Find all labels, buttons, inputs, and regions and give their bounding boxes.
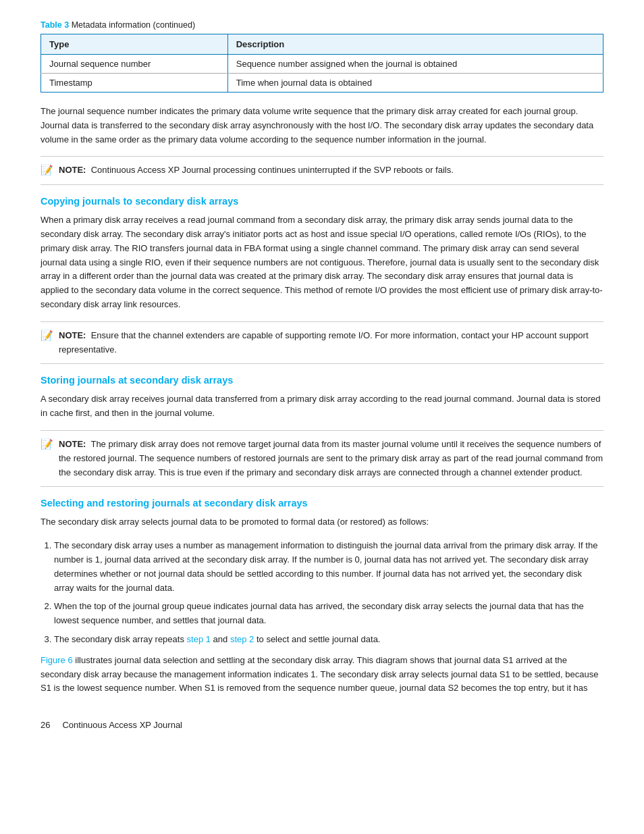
table-label: Table 3 <box>41 20 69 30</box>
page-footer: 26 Continuous Access XP Journal <box>41 720 603 730</box>
section-copy: Copying journals to secondary disk array… <box>41 196 603 312</box>
section-select: Selecting and restoring journals at seco… <box>41 498 603 696</box>
section-select-heading: Selecting and restoring journals at seco… <box>41 498 603 509</box>
note-2: 📝 NOTE: Ensure that the channel extender… <box>41 321 603 365</box>
table-caption: Table 3 Metadata information (continued) <box>41 20 603 30</box>
step1-link[interactable]: step 1 <box>187 634 211 644</box>
cell-description: Time when journal data is obtained <box>227 74 603 93</box>
note-1: 📝 NOTE: Continuous Access XP Journal pro… <box>41 156 603 185</box>
figure6-link[interactable]: Figure 6 <box>41 655 73 665</box>
section-store: Storing journals at secondary disk array… <box>41 375 603 421</box>
section-select-closing: Figure 6 illustrates journal data select… <box>41 654 603 696</box>
note-3-text: NOTE: The primary disk array does not re… <box>59 438 603 479</box>
table-row: Journal sequence numberSequence number a… <box>41 55 603 74</box>
table-caption-text: Metadata information (continued) <box>72 20 195 30</box>
section-copy-heading: Copying journals to secondary disk array… <box>41 196 603 207</box>
col-type: Type <box>41 34 228 55</box>
cell-description: Sequence number assigned when the journa… <box>227 55 603 74</box>
cell-type: Timestamp <box>41 74 228 93</box>
step-1: The secondary disk array uses a number a… <box>54 539 603 595</box>
section-copy-body: When a primary disk array receives a rea… <box>41 213 603 312</box>
note-icon-3: 📝 <box>41 438 53 450</box>
section-store-heading: Storing journals at secondary disk array… <box>41 375 603 386</box>
step2-link[interactable]: step 2 <box>230 634 254 644</box>
footer-title: Continuous Access XP Journal <box>62 720 182 730</box>
step-2: When the top of the journal group queue … <box>54 600 603 628</box>
note-3-label: NOTE: <box>59 439 86 449</box>
page-number: 26 <box>41 720 50 730</box>
note-icon-2: 📝 <box>41 330 53 342</box>
metadata-table: Type Description Journal sequence number… <box>41 34 603 93</box>
note-2-text: NOTE: Ensure that the channel extenders … <box>59 329 603 357</box>
note-3: 📝 NOTE: The primary disk array does not … <box>41 430 603 487</box>
step-3: The secondary disk array repeats step 1 … <box>54 633 603 647</box>
section-store-body: A secondary disk array receives journal … <box>41 392 603 421</box>
table-header-row: Type Description <box>41 34 603 55</box>
steps-list: The secondary disk array uses a number a… <box>54 539 603 647</box>
note-1-text: NOTE: Continuous Access XP Journal proce… <box>59 163 454 178</box>
col-description: Description <box>227 34 603 55</box>
note-2-label: NOTE: <box>59 330 86 340</box>
note-1-label: NOTE: <box>59 165 86 175</box>
body-paragraph-1: The journal sequence number indicates th… <box>41 105 603 147</box>
section-select-intro: The secondary disk array selects journal… <box>41 515 603 529</box>
cell-type: Journal sequence number <box>41 55 228 74</box>
note-icon-1: 📝 <box>41 164 53 176</box>
table-row: TimestampTime when journal data is obtai… <box>41 74 603 93</box>
